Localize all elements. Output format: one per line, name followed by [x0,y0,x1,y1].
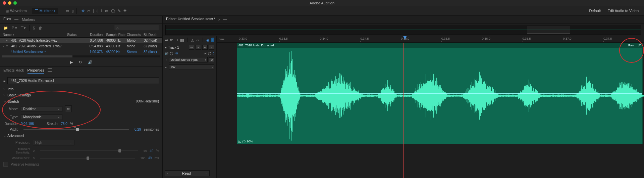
clip-gain-icon[interactable]: ◯ [242,140,246,143]
minimize-window[interactable] [8,1,11,5]
open-icon[interactable]: 📁 [3,26,8,30]
files-search[interactable]: ⌕ [114,25,159,31]
pan-label[interactable]: Pan [628,44,634,47]
input-phase-icon[interactable]: Ø [209,57,214,62]
close-tab-icon[interactable]: × [218,17,220,21]
input-monitor-icon[interactable]: I [211,38,214,42]
track-handle-icon[interactable]: ≡ [165,46,167,49]
slip-tool[interactable]: |↔| [93,9,99,13]
time-ruler[interactable]: hms 0:33.00:33.50:34.00:34.50:35.00:35.5… [217,36,644,43]
razor-tool[interactable]: ✂ [87,9,90,13]
group-icon[interactable]: ▱ [196,38,199,42]
clip-fade-icon[interactable]: ◸ [639,44,641,47]
track-1-header[interactable]: ≡ Track 1 M S R I 🔊 ◯ +0 ⋈ ◯ [163,44,216,71]
file-row[interactable]: › ≡ 481_7028 Audio Extracted.wav 0:54.88… [0,38,162,43]
marquee-tool[interactable]: ▭ [105,9,108,13]
waveform-icon: ▦ [5,9,9,13]
heal-tool[interactable]: ✚ [123,9,126,13]
solo-button[interactable]: S [196,45,201,50]
section-basic[interactable]: › Basic Settings [0,92,162,98]
expand-icon[interactable]: › [3,44,6,48]
stretch-value[interactable]: 73.0 [61,122,67,126]
eq-icon[interactable]: ▮▮ [180,38,184,42]
close-window[interactable] [3,1,6,5]
new-multitrack-icon[interactable]: ☰▾ [20,26,26,30]
tab-effects-rack[interactable]: Effects Rack [3,68,24,74]
play-icon[interactable]: ▶ [70,60,73,64]
delete-icon[interactable]: 🗑 [39,26,42,30]
multitrack-mode-button[interactable]: ☰ Multitrack [32,8,58,14]
files-scrollbar[interactable] [2,55,160,57]
output-select[interactable]: Mix› [169,64,214,70]
mute-button[interactable]: M [189,45,194,50]
workspace-edit-av[interactable]: Edit Audio to Video [607,9,639,13]
clip-fade-in-icon[interactable]: ◺ [238,140,241,143]
panel-menu-icon[interactable] [14,18,18,21]
section-stretch[interactable]: ⌄ Stretch 90% (Realtime) [0,98,162,104]
fx-icon[interactable]: fx [170,38,173,42]
metronome-icon[interactable]: ◉ [206,38,209,42]
pan-knob[interactable]: ◯ [208,52,211,55]
overview-playhead [539,25,539,35]
panel-menu-icon[interactable] [48,68,52,72]
monitor-button[interactable]: I [209,45,214,50]
tab-properties[interactable]: Properties [28,68,44,74]
chevron-down-icon[interactable]: ⌄ [635,44,637,47]
insert-icon[interactable]: ⎘ [33,26,35,30]
section-advanced[interactable]: ⌄ Advanced [0,132,162,139]
file-row[interactable]: ☰ Untitled Session.sesx * 1:00.376 48000… [0,49,162,55]
editor-tab[interactable]: Editor: Untitled Session.sesx * [166,17,215,22]
tab-files[interactable]: Files [3,17,11,22]
editor-area: Editor: Untitled Session.sesx * × ⇄ fx ⊣… [163,16,644,178]
window-slider [40,158,135,159]
volume-icon: 🔊 [165,52,168,55]
snap-icon[interactable]: ◬ [191,38,194,42]
pitch-value[interactable]: 0.29 [135,128,141,131]
duration-value[interactable]: 0:04.196 [21,122,34,126]
toggle-1[interactable]: ⇄ [165,38,168,42]
volume-knob[interactable]: ◯ [170,52,173,55]
lasso-tool[interactable]: ◯ [111,9,115,13]
brush-tool[interactable]: ✎ [118,9,121,13]
pitch-slider[interactable]: 0 [23,129,129,130]
tab-markers[interactable]: Markers [22,17,35,21]
panel-menu-icon[interactable] [223,18,227,21]
overview-viewport[interactable] [527,26,571,34]
reset-mode-icon[interactable]: ↺ [65,105,72,112]
loop-icon[interactable]: ↻ [79,60,82,64]
mode-select[interactable]: Realtime⌄ [21,106,62,112]
col-name[interactable]: Name ↑ [3,33,67,37]
time-select-tool[interactable]: I [101,9,102,13]
automation-mode-select[interactable]: › Read⌄ [165,170,210,176]
autoplay-icon[interactable]: 🔊 [88,60,93,64]
col-rate[interactable]: Sample Rate [106,33,127,37]
ruler-units[interactable]: hms [217,36,239,42]
audio-clip[interactable]: 481_7028 Audio Extracted Pan ⌄ ◸ ◺ ◯ [237,43,643,144]
expand-icon[interactable]: › [2,39,6,42]
waveform-display [237,48,644,144]
maximize-window[interactable] [13,1,17,5]
col-status[interactable]: Status [67,33,83,37]
new-file-icon[interactable]: 🗋▾ [11,26,17,30]
tool-1[interactable]: ▭ [66,9,69,13]
chevron-right-icon: › [3,93,7,97]
record-button[interactable]: R [202,45,208,50]
track-name[interactable]: Track 1 [168,46,179,49]
col-duration[interactable]: Duration [83,33,106,37]
type-select[interactable]: Monophonic⌄ [21,114,62,120]
section-info[interactable]: › Info [0,86,162,92]
overview-bar[interactable] [165,25,641,35]
workspace-default[interactable]: Default [589,9,601,13]
session-file-icon: ☰ [6,50,11,54]
file-row[interactable]: › ≡ 481_7028 Audio Extracted_1.wav 0:54.… [0,43,162,49]
clip-lane[interactable]: 481_7028 Audio Extracted Pan ⌄ ◸ ◺ ◯ [217,43,644,178]
send-icon[interactable]: ⊣ [175,38,178,42]
waveform-mode-button[interactable]: ▦ Waveform [3,8,30,14]
clip-name-field[interactable]: 481_7028 Audio Extracted [7,77,159,84]
move-tool[interactable]: ✥ [82,9,85,13]
tool-2[interactable]: ▯ [72,9,74,13]
playhead[interactable] [403,43,404,178]
col-bitdepth[interactable]: Bit Depth [144,33,160,37]
input-select[interactable]: Default Stereo Input› [169,57,208,62]
col-channels[interactable]: Channels [127,33,144,37]
